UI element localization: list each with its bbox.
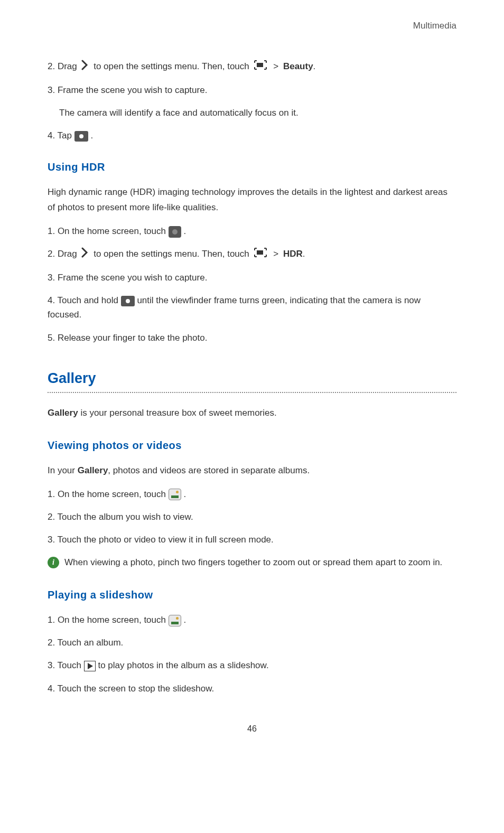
capture-mode-icon	[254, 60, 267, 74]
gallery-rest: is your personal treasure box of sweet m…	[78, 408, 277, 418]
chevron-right-icon	[81, 247, 89, 262]
separator: >	[273, 61, 278, 71]
step-text: 4. Tap	[48, 130, 74, 141]
step-text: .	[183, 489, 186, 499]
viewing-step-2: 2. Touch the album you wish to view.	[48, 510, 456, 524]
gallery-intro: Gallery is your personal treasure box of…	[48, 406, 456, 421]
gallery-heading: Gallery	[48, 367, 456, 390]
beauty-step-3-sub: The camera will identify a face and auto…	[48, 106, 456, 120]
info-icon: i	[48, 557, 59, 568]
hdr-intro: High dynamic range (HDR) imaging technol…	[48, 185, 456, 216]
gallery-bold: Gallery	[48, 408, 78, 418]
capture-mode-icon	[254, 247, 267, 262]
divider	[48, 392, 456, 393]
hdr-step-4: 4. Touch and hold until the viewfinder f…	[48, 293, 456, 322]
step-text: 3. Touch	[48, 660, 84, 670]
hdr-step-1: 1. On the home screen, touch .	[48, 224, 456, 238]
step-text: 2. Drag	[48, 61, 79, 71]
beauty-label: Beauty	[283, 61, 313, 71]
step-text: 1. On the home screen, touch	[48, 226, 169, 236]
play-icon	[84, 661, 96, 671]
step-text: .	[183, 615, 186, 625]
slideshow-step-4: 4. Touch the screen to stop the slidesho…	[48, 681, 456, 696]
hdr-step-2: 2. Drag to open the settings menu. Then,…	[48, 247, 456, 262]
gallery-app-icon	[169, 489, 181, 500]
gallery-bold: Gallery	[78, 465, 108, 475]
page-number: 46	[48, 722, 456, 736]
viewing-intro: In your Gallery, photos and videos are s…	[48, 463, 456, 479]
step-text: to play photos in the album as a slidesh…	[98, 660, 268, 670]
hdr-heading: Using HDR	[48, 158, 456, 175]
step-text: 1. On the home screen, touch	[48, 489, 169, 499]
slideshow-step-1: 1. On the home screen, touch .	[48, 613, 456, 627]
viewing-step-1: 1. On the home screen, touch .	[48, 487, 456, 501]
hdr-label: HDR	[283, 249, 303, 259]
viewing-heading: Viewing photos or videos	[48, 437, 456, 454]
svg-rect-0	[257, 63, 263, 67]
gallery-app-icon	[169, 615, 181, 626]
hdr-step-5: 5. Release your finger to take the photo…	[48, 331, 456, 345]
info-note: i When viewing a photo, pinch two finger…	[48, 555, 456, 570]
info-text: When viewing a photo, pinch two fingers …	[64, 555, 442, 570]
step-text: .	[90, 130, 93, 141]
step-text: to open the settings menu. Then, touch	[94, 61, 251, 71]
slideshow-step-3: 3. Touch to play photos in the album as …	[48, 658, 456, 672]
step-text: 1. On the home screen, touch	[48, 615, 169, 625]
page-header: Multimedia	[48, 18, 456, 33]
separator: >	[273, 249, 278, 259]
step-text: 2. Drag	[48, 249, 79, 259]
text: , photos and videos are stored in separa…	[108, 465, 310, 475]
beauty-step-3: 3. Frame the scene you wish to capture.	[48, 83, 456, 97]
chevron-right-icon	[81, 60, 89, 74]
camera-app-icon	[169, 226, 181, 238]
slideshow-heading: Playing a slideshow	[48, 586, 456, 603]
slideshow-step-2: 2. Touch an album.	[48, 635, 456, 650]
camera-shutter-icon	[121, 296, 135, 306]
hdr-step-3: 3. Frame the scene you wish to capture.	[48, 270, 456, 285]
beauty-step-4: 4. Tap .	[48, 128, 456, 143]
viewing-step-3: 3. Touch the photo or video to view it i…	[48, 532, 456, 547]
step-text: .	[183, 226, 186, 236]
period: .	[303, 249, 305, 259]
svg-rect-1	[257, 250, 263, 255]
step-text: 4. Touch and hold	[48, 295, 121, 305]
text: In your	[48, 465, 78, 475]
beauty-step-2: 2. Drag to open the settings menu. Then,…	[48, 59, 456, 74]
period: .	[313, 61, 316, 71]
camera-shutter-icon	[74, 131, 88, 142]
step-text: to open the settings menu. Then, touch	[94, 249, 251, 259]
